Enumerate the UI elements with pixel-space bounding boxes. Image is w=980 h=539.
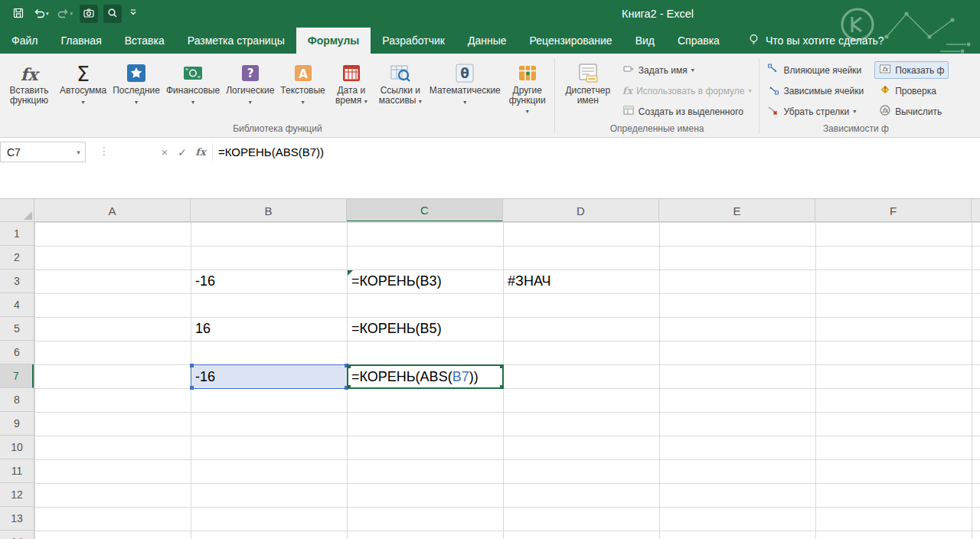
cell-C3[interactable]: =КОРЕНЬ(B3) [347, 270, 504, 294]
select-all-button[interactable] [0, 199, 34, 222]
row-header-5[interactable]: 5 [0, 317, 34, 341]
error-checking-icon: ! [879, 83, 891, 98]
cell-C7[interactable]: =КОРЕНЬ(ABS(B7)) [347, 364, 504, 389]
dropdown-icon: ▾ [135, 99, 138, 106]
redo-button[interactable]: ▾ [56, 5, 75, 23]
row-header-7[interactable]: 7 [0, 364, 34, 388]
math-trig-button[interactable]: θ Математические ▾ [426, 56, 504, 106]
create-from-selection-icon [622, 104, 635, 119]
ribbon-formulas: fx Вставить функцию Σ Автосумма ▾ Послед… [0, 54, 980, 138]
financial-icon [181, 58, 204, 86]
use-in-formula-button[interactable]: fx Использовать в формуле ▾ [618, 82, 756, 100]
cell-C5[interactable]: =КОРЕНЬ(B5) [347, 317, 504, 341]
tab-developer[interactable]: Разработчик [371, 28, 456, 54]
undo-button[interactable]: ▾ [31, 5, 51, 23]
dropdown-icon: ▾ [419, 98, 422, 105]
theta-icon: θ [453, 58, 476, 86]
tab-data[interactable]: Данные [456, 28, 518, 54]
cell-B7[interactable]: -16 [191, 364, 348, 389]
svg-text:θ: θ [460, 66, 469, 81]
save-button[interactable] [11, 5, 26, 23]
row-header-2[interactable]: 2 [0, 246, 34, 270]
column-header-C[interactable]: C [347, 199, 503, 222]
tell-me-label: Что вы хотите сделать? [766, 34, 884, 47]
row-header-9[interactable]: 9 [0, 412, 34, 436]
more-functions-button[interactable]: Другие функции ▾ [504, 56, 551, 117]
show-formulas-icon: fx [879, 63, 891, 77]
recent-functions-button[interactable]: Последние ▾ [109, 56, 163, 106]
insert-function-button[interactable]: fx Вставить функцию [4, 56, 54, 106]
group-label-defined-names: Определенные имена [556, 123, 759, 137]
tab-page-layout[interactable]: Разметка страницы [176, 28, 296, 54]
remove-arrows-button[interactable]: Убрать стрелки ▾ [763, 103, 868, 120]
group-function-library: fx Вставить функцию Σ Автосумма ▾ Послед… [2, 54, 554, 137]
selection-handle[interactable] [347, 385, 351, 389]
tab-help[interactable]: Справка [666, 28, 731, 54]
cells-area[interactable]: -16=КОРЕНЬ(B3)#ЗНАЧ16=КОРЕНЬ(B5)-16=КОРЕ… [34, 222, 980, 539]
row-header-3[interactable]: 3 [0, 270, 34, 293]
row-header-13[interactable]: 13 [0, 507, 34, 531]
financial-button[interactable]: Финансовые ▾ [163, 56, 223, 106]
camera-tool-button[interactable] [80, 5, 98, 23]
insert-function-fx-button[interactable]: fx [192, 143, 209, 161]
tab-view[interactable]: Вид [624, 28, 666, 54]
row-header-8[interactable]: 8 [0, 388, 34, 412]
selection-handle[interactable] [500, 364, 504, 368]
search-tool-button[interactable] [103, 5, 122, 23]
row-header-4[interactable]: 4 [0, 293, 34, 317]
define-name-button[interactable]: Задать имя ▾ [618, 61, 756, 79]
selection-handle[interactable] [347, 364, 351, 368]
column-header-B[interactable]: B [191, 199, 347, 222]
customize-quick-access-button[interactable] [127, 7, 139, 21]
name-box-dropdown-icon[interactable]: ▾ [72, 149, 85, 156]
dropdown-icon: ▾ [748, 87, 751, 94]
formula-input[interactable]: =КОРЕНЬ(ABS(B7)) [218, 142, 324, 162]
trace-precedents-button[interactable]: Влияющие ячейки [763, 61, 868, 79]
row-header-14[interactable]: 14 [0, 531, 34, 539]
row-header-11[interactable]: 11 [0, 459, 34, 483]
selection-handle[interactable] [190, 364, 194, 368]
tab-insert[interactable]: Вставка [113, 28, 176, 54]
selection-handle[interactable] [500, 385, 504, 389]
tell-me-box[interactable]: Что вы хотите сделать? [748, 28, 884, 54]
cell-D3[interactable]: #ЗНАЧ [503, 270, 660, 294]
separator [212, 143, 213, 161]
group-defined-names: Диспетчер имен Задать имя ▾ fx Использов… [556, 54, 759, 137]
tab-home[interactable]: Главная [49, 28, 113, 54]
title-bar: ▾ ▾ Книга2 - Excel [0, 0, 980, 28]
cancel-button[interactable]: × [156, 143, 173, 161]
name-box[interactable]: C7 ▾ [0, 142, 86, 162]
text-icon: A [292, 58, 315, 86]
datetime-button[interactable]: Дата и время ▾ [328, 56, 374, 107]
row-header-1[interactable]: 1 [0, 222, 34, 246]
cell-B5[interactable]: 16 [191, 317, 348, 341]
lookup-reference-button[interactable]: Ссылки и массивы ▾ [374, 56, 426, 107]
row-header-12[interactable]: 12 [0, 483, 34, 507]
row-header-6[interactable]: 6 [0, 341, 34, 364]
column-header-D[interactable]: D [503, 199, 659, 222]
row-header-10[interactable]: 10 [0, 436, 34, 459]
column-header-F[interactable]: F [815, 199, 972, 222]
group-formula-auditing: Влияющие ячейки Зависимые ячейки Убрать … [760, 54, 951, 137]
tab-formulas[interactable]: Формулы [296, 28, 371, 54]
text-button[interactable]: A Текстовые ▾ [277, 56, 328, 106]
formula-bar-drag-handle-icon[interactable]: ⋮ [99, 145, 109, 157]
column-header-A[interactable]: A [34, 199, 191, 222]
enter-button[interactable]: ✓ [174, 143, 191, 161]
sheet: ABCDEF 1234567891011121314 -16=КОРЕНЬ(B3… [0, 199, 980, 539]
error-checking-button[interactable]: ! Проверка [874, 82, 949, 100]
tab-review[interactable]: Рецензирование [518, 28, 624, 54]
error-indicator-triangle [348, 270, 353, 276]
column-header-E[interactable]: E [659, 199, 815, 222]
autosum-button[interactable]: Σ Автосумма ▾ [57, 56, 109, 106]
evaluate-formula-button[interactable]: fx Вычислить [874, 103, 949, 120]
selection-handle[interactable] [190, 386, 194, 390]
cell-B3[interactable]: -16 [191, 270, 348, 294]
logical-button[interactable]: ? Логические ▾ [223, 56, 277, 106]
formula-text: )) [469, 369, 479, 384]
create-from-selection-button[interactable]: Создать из выделенного [618, 103, 756, 120]
name-manager-button[interactable]: Диспетчер имен [558, 56, 618, 106]
trace-dependents-button[interactable]: Зависимые ячейки [763, 82, 868, 100]
show-formulas-button[interactable]: fx Показать ф [874, 61, 949, 79]
tab-file[interactable]: Файл [0, 28, 49, 54]
